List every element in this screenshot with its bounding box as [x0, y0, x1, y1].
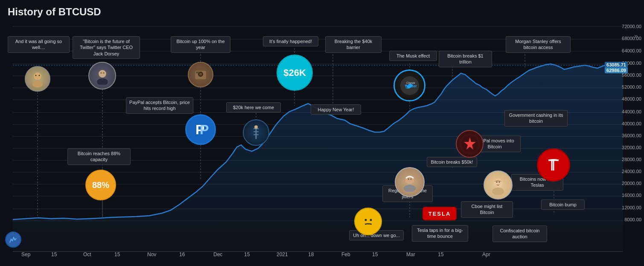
svg-text:Twitter: Twitter	[405, 84, 417, 88]
event-circle-20k-person	[243, 119, 269, 146]
annotation-govt-cashing: Government cashing in its bitcoin	[504, 110, 568, 127]
svg-point-70	[364, 219, 367, 221]
annotation-finally: It's finally happened!	[263, 36, 318, 46]
x-label-15c: 15	[244, 252, 250, 257]
svg-point-69	[360, 213, 377, 230]
annotation-paypal-accepts: PayPal accepts Bitcoin, price hits recor…	[126, 97, 193, 114]
annotation-happy-new-year: Happy New Year!	[311, 104, 361, 115]
annotation-musk-effect: The Musk effect	[389, 51, 437, 61]
price-label-low: 62986.09	[605, 67, 628, 73]
x-label-nov: Nov	[147, 252, 156, 257]
svg-point-65	[492, 188, 504, 195]
y-label-68k: 68000.00	[622, 36, 641, 41]
event-circle-btcusd-logo	[5, 231, 21, 248]
svg-text:Check: Check	[406, 81, 415, 84]
x-label-16: 16	[179, 252, 185, 257]
event-circle-paypal-moves	[456, 130, 484, 158]
annotation-going-well: And it was all going so well....	[8, 36, 70, 53]
svg-point-54	[254, 125, 258, 129]
y-label-40k: 40000.00	[622, 121, 641, 126]
page-title: History of BTCUSD	[8, 6, 101, 18]
svg-rect-52	[254, 131, 259, 132]
annotation-jack-dorsey: "Bitcoin is the future of Twitter" says …	[73, 36, 140, 59]
y-label-44k: 44000.00	[622, 109, 641, 114]
svg-point-43	[103, 72, 104, 73]
annotation-bump: Bitcoin bump	[541, 200, 585, 210]
event-circle-yellen	[395, 167, 425, 197]
x-label-2021: 2021	[277, 252, 288, 257]
price-label-high: 63085.71	[605, 62, 628, 68]
x-label-sep: Sep	[21, 252, 30, 257]
annotation-1trillion: Bitcoin breaks $1 trillion	[439, 51, 492, 67]
event-circle-tesla-logo	[537, 148, 570, 182]
annotation-morgan-stanley: Morgan Stanley offers bitcoin access	[506, 36, 571, 53]
y-label-8k: 8000.00	[624, 217, 641, 222]
svg-point-60	[408, 179, 409, 180]
svg-point-61	[411, 179, 412, 180]
annotation-50k: Bitcoin breaks $50k!	[427, 157, 477, 167]
x-label-dec: Dec	[213, 252, 222, 257]
event-circle-woman	[484, 171, 513, 200]
y-label-72k: 72000.00	[622, 24, 641, 29]
x-label-feb: Feb	[341, 252, 350, 257]
x-label-15a: 15	[51, 252, 57, 257]
y-label-28k: 28000.00	[622, 157, 641, 162]
y-label-16k: 16000.00	[622, 193, 641, 198]
y-label-32k: 32000.00	[622, 145, 641, 150]
x-label-15e: 15	[438, 252, 443, 257]
svg-point-36	[34, 72, 41, 80]
event-circle-sep	[25, 66, 50, 92]
y-label-48k: 48000.00	[622, 96, 641, 101]
x-label-15b: 15	[114, 252, 120, 257]
svg-point-42	[100, 72, 102, 73]
event-circle-tesla: TESLA	[423, 207, 457, 220]
x-label-apr: Apr	[482, 252, 490, 257]
event-circle-88pct: 88%	[85, 170, 116, 200]
x-label-18: 18	[308, 252, 314, 257]
svg-point-40	[99, 70, 106, 78]
svg-point-38	[35, 75, 37, 76]
event-circle-radio	[188, 62, 213, 87]
x-label-mar: Mar	[406, 252, 415, 257]
annotation-40k: Breaking the $40k barrier	[325, 36, 382, 53]
y-label-64k: 64000.00	[622, 48, 641, 53]
svg-point-39	[39, 75, 40, 76]
svg-point-37	[32, 81, 43, 87]
annotation-20k: $20k here we come	[226, 102, 281, 113]
event-circle-26k: $26K	[277, 55, 313, 91]
annotation-tesla-bounce: Tesla taps in for a big-time bounce	[412, 225, 468, 242]
annotation-confiscated: Confiscated bitcoin auction	[492, 226, 547, 242]
event-circle-sad-emoji	[354, 208, 382, 235]
svg-point-59	[404, 185, 416, 192]
y-label-20k: 20000.00	[622, 181, 641, 186]
x-label-15d: 15	[372, 252, 378, 257]
event-circle-dorsey	[88, 62, 116, 90]
event-circle-twitter: Twitter Check	[393, 69, 425, 101]
svg-rect-53	[254, 134, 259, 135]
annotation-cboe: Cboe might list Bitcoin	[461, 201, 513, 218]
annotation-88pct: Bitcoin reaches 88% capacity	[67, 148, 131, 165]
annotation-100pct: Bitcoin up 100% on the year	[171, 36, 230, 53]
svg-rect-49	[196, 72, 199, 73]
svg-text:P: P	[200, 122, 209, 137]
y-label-52k: 52000.00	[622, 84, 641, 90]
y-label-36k: 36000.00	[622, 133, 641, 138]
chart-container: History of BTCUSD	[0, 0, 644, 266]
x-label-oct: Oct	[83, 252, 91, 257]
nav-forward-arrow[interactable]: »	[634, 32, 638, 40]
event-circle-paypal: P P	[185, 114, 216, 145]
svg-point-64	[494, 179, 502, 187]
y-label-24k: 24000.00	[622, 169, 641, 174]
svg-point-71	[370, 219, 372, 221]
y-label-12k: 12000.00	[622, 205, 641, 210]
svg-point-48	[199, 73, 202, 75]
svg-point-41	[97, 78, 108, 85]
